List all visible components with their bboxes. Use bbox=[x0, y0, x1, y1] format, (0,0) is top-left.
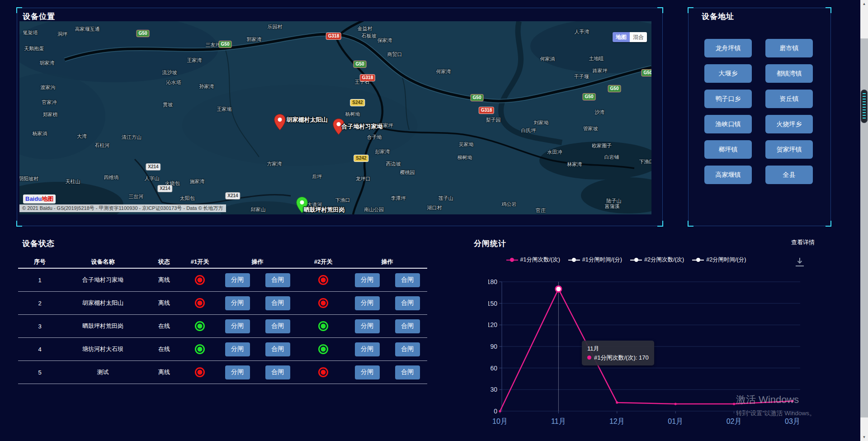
close-switch2-button[interactable]: 合闸 bbox=[395, 342, 420, 356]
map-place-label: 渡家沟 bbox=[41, 84, 56, 91]
view-details-link[interactable]: 查看详情 bbox=[791, 238, 815, 247]
map-place-label: 吴家坳 bbox=[459, 141, 474, 148]
legend-label: #1分闸时间/(分) bbox=[582, 256, 622, 264]
map-place-label: 刘家坳 bbox=[534, 119, 549, 126]
row-number-cell: 3 bbox=[18, 323, 61, 330]
close-switch1-button[interactable]: 合闸 bbox=[265, 273, 290, 287]
scrollbar-up-arrow[interactable]: ▲ bbox=[860, 0, 868, 8]
map-type-map-option[interactable]: 地图 bbox=[613, 32, 630, 42]
close-switch1-button[interactable]: 合闸 bbox=[265, 365, 290, 379]
save-as-image-icon[interactable] bbox=[794, 256, 806, 270]
close-switch1-button[interactable]: 合闸 bbox=[265, 342, 290, 356]
close-switch2-button[interactable]: 合闸 bbox=[395, 296, 420, 310]
open-switch1-button[interactable]: 分闸 bbox=[225, 342, 250, 356]
svg-text:150: 150 bbox=[488, 300, 497, 307]
legend-item-#1分闸次数/(次)[interactable]: #1分闸次数/(次) bbox=[506, 256, 560, 264]
open-switch1-button[interactable]: 分闸 bbox=[225, 273, 250, 287]
address-button-渔峡口镇[interactable]: 渔峡口镇 bbox=[704, 115, 752, 133]
legend-item-#2分闸时间/(分)[interactable]: #2分闸时间/(分) bbox=[692, 256, 746, 264]
open-switch2-button[interactable]: 分闸 bbox=[355, 273, 380, 287]
legend-item-#1分闸时间/(分)[interactable]: #1分闸时间/(分) bbox=[568, 256, 622, 264]
table-header-cell: 操作 bbox=[216, 258, 299, 266]
address-button-龙舟坪镇[interactable]: 龙舟坪镇 bbox=[704, 39, 752, 57]
map-place-label: 土地咀 bbox=[589, 55, 604, 62]
corner-decoration bbox=[16, 221, 22, 227]
scrollbar-down-arrow[interactable]: ▼ bbox=[860, 433, 868, 441]
device-name-cell: 合子坳村习家坳 bbox=[61, 276, 144, 284]
map-place-label: 龙坪口 bbox=[356, 175, 371, 182]
open-switch2-button[interactable]: 分闸 bbox=[355, 319, 380, 333]
road-badge-G318: G318 bbox=[360, 74, 375, 81]
map-place-label: 孙家湾 bbox=[199, 83, 214, 90]
row-number-cell: 5 bbox=[18, 369, 61, 376]
address-button-大堰乡[interactable]: 大堰乡 bbox=[704, 64, 752, 83]
open-switch2-button[interactable]: 分闸 bbox=[355, 365, 380, 379]
map-place-label: 柳树坳 bbox=[458, 154, 472, 161]
open-switch2-button[interactable]: 分闸 bbox=[355, 296, 380, 310]
address-button-都镇湾镇[interactable]: 都镇湾镇 bbox=[765, 64, 813, 83]
switch1-indicator-cell bbox=[184, 275, 216, 285]
line-chart[interactable]: 030609012015018010月11月12月01月02月03月 bbox=[488, 274, 805, 430]
map-pin-胡家棚村太阳山[interactable] bbox=[274, 114, 286, 130]
address-button-磨市镇[interactable]: 磨市镇 bbox=[765, 39, 813, 57]
address-button-火烧坪乡[interactable]: 火烧坪乡 bbox=[765, 115, 813, 133]
map-place-label: 人字山 bbox=[145, 175, 160, 182]
map-place-label: 人手湾 bbox=[575, 28, 590, 35]
map-place-label: 施家湾 bbox=[190, 178, 205, 185]
svg-text:0: 0 bbox=[494, 408, 497, 415]
svg-text:03月: 03月 bbox=[785, 417, 800, 425]
legend-dot bbox=[696, 258, 700, 262]
legend-marker bbox=[506, 258, 518, 262]
close-switch2-button[interactable]: 合闸 bbox=[395, 273, 420, 287]
road-badge-X214: X214 bbox=[225, 192, 240, 199]
open-switch1-button[interactable]: 分闸 bbox=[225, 365, 250, 379]
baidu-map[interactable]: 高家堰互通笔架塔洞坪天鹅抱蛋胡家湾渡家沟官家冲郑家榜杨家淌大湾石柱河三友坪郭家湾… bbox=[19, 21, 651, 214]
map-type-hybrid-option[interactable]: 混合 bbox=[630, 32, 647, 42]
address-button-榔坪镇[interactable]: 榔坪镇 bbox=[704, 140, 752, 159]
close-switch1-button[interactable]: 合闸 bbox=[265, 296, 290, 310]
map-place-label: 王家垴 bbox=[217, 106, 232, 113]
device-status-title: 设备状态 bbox=[22, 238, 55, 249]
map-place-label: 天鹅抱蛋 bbox=[24, 45, 44, 52]
map-place-label: 西边坡 bbox=[386, 161, 401, 167]
table-header-cell: #1开关 bbox=[184, 258, 216, 266]
legend-item-#2分闸次数/(次)[interactable]: #2分闸次数/(次) bbox=[630, 256, 684, 264]
dashboard-root: 设备位置 bbox=[0, 0, 868, 441]
map-terrain bbox=[19, 21, 651, 214]
map-place-label: 乐园村 bbox=[268, 24, 283, 30]
switch1-indicator-cell bbox=[184, 298, 216, 308]
svg-text:90: 90 bbox=[490, 343, 497, 350]
map-place-label: 石柱河 bbox=[95, 142, 110, 149]
close-switch1-button[interactable]: 合闸 bbox=[265, 319, 290, 333]
switch1-ops-cell: 分闸合闸 bbox=[216, 342, 299, 356]
map-type-toggle[interactable]: 地图 混合 bbox=[613, 32, 647, 42]
map-place-label: 三友坪 bbox=[206, 42, 221, 48]
switch2-indicator bbox=[318, 298, 328, 308]
close-switch2-button[interactable]: 合闸 bbox=[395, 319, 420, 333]
table-row: 3晒鼓坪村荒田岗在线分闸合闸分闸合闸 bbox=[18, 315, 427, 338]
open-switch2-button[interactable]: 分闸 bbox=[355, 342, 380, 356]
address-button-贺家坪镇[interactable]: 贺家坪镇 bbox=[765, 140, 813, 159]
corner-decoration bbox=[688, 7, 693, 13]
chart-legend: #1分闸次数/(次)#1分闸时间/(分)#2分闸次数/(次)#2分闸时间/(分) bbox=[495, 256, 757, 264]
close-switch2-button[interactable]: 合闸 bbox=[395, 365, 420, 379]
road-badge-S242: S242 bbox=[354, 155, 368, 162]
map-place-label: 保家湾 bbox=[377, 37, 392, 44]
legend-marker bbox=[692, 258, 704, 262]
device-name-cell: 测试 bbox=[61, 368, 144, 376]
open-switch1-button[interactable]: 分闸 bbox=[225, 319, 250, 333]
address-button-资丘镇[interactable]: 资丘镇 bbox=[765, 90, 813, 108]
map-place-label: 王家湾 bbox=[187, 57, 202, 64]
switch2-ops-cell: 分闸合闸 bbox=[347, 342, 427, 356]
road-badge-X214: X214 bbox=[157, 185, 172, 192]
address-button-高家堰镇[interactable]: 高家堰镇 bbox=[704, 166, 752, 184]
switch2-indicator bbox=[318, 344, 328, 354]
map-place-label: 白氏坪 bbox=[521, 127, 536, 134]
address-button-全县[interactable]: 全县 bbox=[765, 166, 813, 184]
legend-label: #2分闸时间/(分) bbox=[706, 256, 746, 264]
address-button-鸭子口乡[interactable]: 鸭子口乡 bbox=[704, 90, 752, 108]
map-place-label: 路家坪 bbox=[593, 67, 608, 74]
page-scrollbar[interactable]: ▲ ▼ bbox=[860, 0, 868, 441]
open-switch1-button[interactable]: 分闸 bbox=[225, 296, 250, 310]
road-badge-G50: G50 bbox=[608, 85, 621, 92]
